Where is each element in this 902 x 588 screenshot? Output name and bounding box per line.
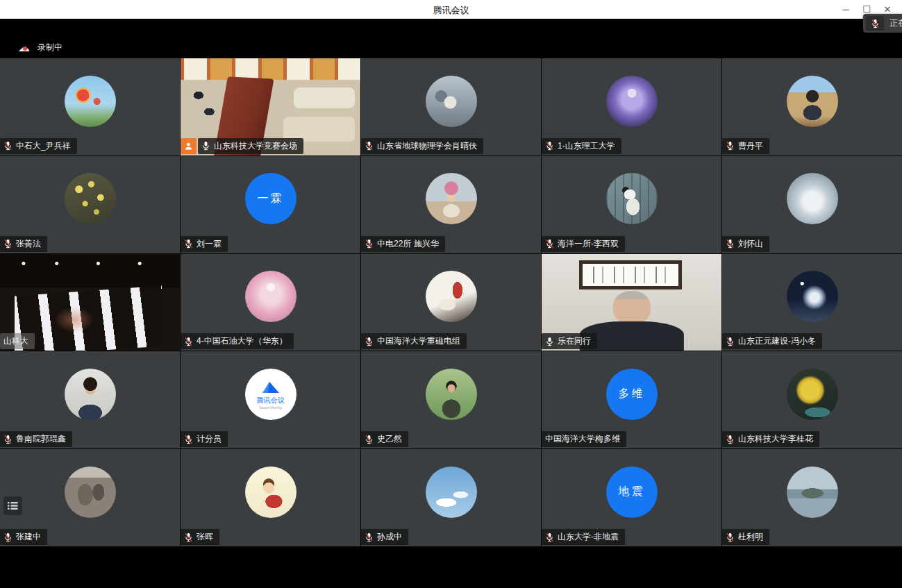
mic-muted-icon [726, 532, 735, 542]
avatar-man-portrait [65, 369, 116, 420]
participant-name: 张建中 [16, 531, 41, 543]
avatar-dog-cage [606, 173, 658, 224]
mic-muted-icon [365, 337, 374, 346]
name-label: 史乙然 [361, 431, 408, 447]
person-icon [184, 142, 193, 151]
participant-tile[interactable]: 张善法 [0, 156, 180, 253]
name-label-bar: 4-中国石油大学（华东） [181, 333, 294, 349]
name-label: 曹丹平 [722, 138, 769, 154]
recording-indicator[interactable]: ☁ 录制中 [18, 42, 62, 53]
participant-list-button[interactable] [3, 496, 22, 515]
participant-tile[interactable]: 山科大 [0, 254, 180, 351]
participant-tile[interactable]: 腾讯会议Tencent Meeting计分员 [181, 351, 360, 448]
participant-tile[interactable]: 史乙然 [361, 351, 541, 448]
participant-name: 山东大学-非地震 [558, 531, 619, 543]
name-label-bar: 刘一霖 [181, 236, 228, 252]
avatar-autumn-tree [787, 369, 838, 420]
participant-tile[interactable]: 海洋一所-李西双 [542, 156, 721, 253]
mic-muted-icon [3, 239, 12, 249]
muted-mic-icon [866, 16, 884, 31]
name-label: 张晖 [181, 529, 219, 545]
participant-tile[interactable]: 杜利明 [722, 449, 902, 546]
name-label: 中国海洋大学重磁电组 [361, 333, 467, 349]
mic-on-icon [545, 337, 554, 346]
avatar-initials: 一霖 [245, 173, 297, 224]
participant-tile[interactable]: 曹丹平 [722, 58, 902, 156]
name-label-bar: 孙成中 [361, 529, 408, 545]
mic-muted-icon [726, 141, 735, 151]
name-label-bar: 山东科技大学李桂花 [722, 431, 819, 447]
participant-name: 中国海洋大学梅多维 [545, 433, 620, 445]
participant-tile[interactable]: 山东正元建设-冯小冬 [722, 254, 902, 351]
mic-muted-icon [365, 532, 374, 542]
name-label-bar: 张善法 [0, 236, 47, 252]
participant-tile[interactable]: 一霖刘一霖 [181, 156, 360, 253]
participant-tile[interactable]: 山东科技大学竞赛会场 [181, 58, 360, 156]
name-label: 山东正元建设-冯小冬 [722, 333, 822, 349]
mic-muted-icon [871, 19, 880, 28]
name-label-bar: 山科大 [0, 333, 35, 349]
participant-name: 张善法 [16, 238, 41, 250]
mic-muted-icon [3, 141, 12, 151]
mic-muted-icon [184, 532, 193, 542]
participant-name: 中国海洋大学重磁电组 [377, 335, 460, 347]
avatar-boy-outdoor [787, 76, 838, 127]
name-label-bar: 山东省地球物理学会肖晴伕 [361, 138, 483, 154]
participant-tile[interactable]: 多维中国海洋大学梅多维 [542, 351, 721, 448]
participant-tile[interactable]: 山东科技大学李桂花 [722, 351, 902, 448]
avatar-night-mountain [787, 271, 838, 322]
name-label: 中电22所 施兴华 [361, 236, 445, 252]
mic-muted-icon [184, 337, 193, 346]
participant-name: 山东科技大学李桂花 [738, 433, 813, 445]
avatar-initials: 多维 [606, 369, 658, 420]
avatar-woman-field [426, 369, 477, 420]
name-label: 刘一霖 [181, 236, 228, 252]
avatar-street-scene [426, 76, 477, 127]
participant-tile[interactable]: 地震山东大学-非地震 [542, 449, 721, 546]
mic-muted-icon [365, 435, 374, 444]
avatar-anime-purple [606, 76, 658, 127]
name-label-bar: 中石大_尹兵祥 [0, 138, 77, 154]
participant-name: 张晖 [197, 531, 213, 543]
name-label: 山东科技大学李桂花 [722, 431, 819, 447]
mic-muted-icon [3, 532, 12, 542]
name-label-bar: 曹丹平 [722, 138, 769, 154]
participant-tile[interactable]: 1-山东理工大学 [542, 58, 721, 156]
name-label-bar: 山东大学-非地震 [542, 529, 625, 545]
mic-muted-icon [3, 435, 12, 444]
name-label: 中国海洋大学梅多维 [542, 431, 626, 447]
participant-tile[interactable]: 乐在同行 [542, 254, 721, 351]
participant-tile[interactable]: 中国海洋大学重磁电组 [361, 254, 541, 351]
name-label-bar: 史乙然 [361, 431, 408, 447]
name-label: 孙成中 [361, 529, 408, 545]
participant-tile[interactable]: 中电22所 施兴华 [361, 156, 541, 253]
participant-tile[interactable]: 张建中 [0, 449, 180, 546]
participant-tile[interactable]: 鲁南院郭琨鑫 [0, 351, 180, 448]
name-label: 鲁南院郭琨鑫 [0, 431, 72, 447]
minimize-button[interactable]: ─ [835, 0, 856, 19]
logo-text-en: Tencent Meeting [259, 405, 282, 409]
participant-tile[interactable]: 4-中国石油大学（华东） [181, 254, 360, 351]
participant-name: 刘一霖 [197, 238, 222, 250]
name-label-bar: 山东正元建设-冯小冬 [722, 333, 822, 349]
name-label-bar: 乐在同行 [542, 333, 597, 349]
name-label: 张建中 [0, 529, 47, 545]
name-label: 山东大学-非地震 [542, 529, 625, 545]
participant-name: 山东省地球物理学会肖晴伕 [377, 140, 477, 152]
name-label: 乐在同行 [542, 333, 597, 349]
speaking-notification[interactable]: 正在讲 [863, 14, 902, 33]
name-label-bar: 刘怀山 [722, 236, 769, 252]
avatar-cartoon-kid [245, 467, 297, 518]
participant-tile[interactable]: 张晖 [181, 449, 360, 546]
tencent-meeting-logo-icon [260, 379, 281, 394]
avatar-hot-air-balloons [65, 76, 116, 127]
logo-text-cn: 腾讯会议 [257, 396, 285, 405]
participant-tile[interactable]: 孙成中 [361, 449, 541, 546]
mic-muted-icon [726, 239, 735, 249]
participant-name: 计分员 [197, 433, 222, 445]
participant-tile[interactable]: 山东省地球物理学会肖晴伕 [361, 58, 541, 156]
participant-tile[interactable]: 中石大_尹兵祥 [0, 58, 180, 156]
participant-name: 孙成中 [377, 531, 402, 543]
participant-name: 1-山东理工大学 [558, 140, 615, 152]
participant-tile[interactable]: 刘怀山 [722, 156, 902, 253]
